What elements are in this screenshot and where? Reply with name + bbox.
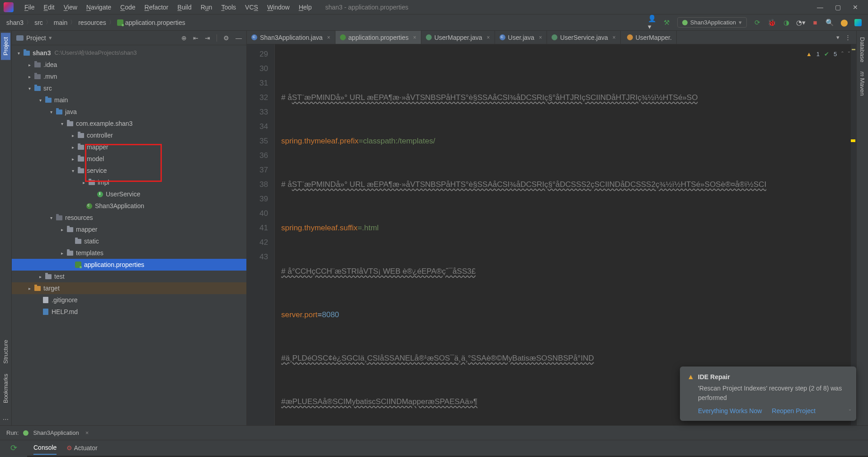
- toast-collapse-icon[interactable]: ˇ: [849, 409, 851, 415]
- tree-item-controller[interactable]: controller: [87, 132, 113, 139]
- collapse-icon[interactable]: ⇥: [205, 34, 210, 42]
- tool-maven[interactable]: m Maven: [858, 67, 867, 100]
- tree-item-pkg[interactable]: com.example.shan3: [76, 120, 132, 127]
- tab-usermapper[interactable]: UserMapper.java×: [421, 31, 495, 44]
- tool-project[interactable]: Project: [1, 33, 10, 60]
- run-config-name[interactable]: Shan3Application: [33, 429, 79, 436]
- menu-refactor[interactable]: Refactor: [140, 4, 173, 11]
- close-tab-icon[interactable]: ×: [327, 34, 330, 41]
- project-header-title[interactable]: Project: [26, 34, 46, 42]
- menu-build[interactable]: Build: [173, 4, 196, 11]
- run-tool-window: Run: Shan3Application × ⟳ ⋯ » Console ⚙ …: [0, 425, 868, 457]
- tool-database[interactable]: Database: [858, 33, 867, 67]
- run-config-select[interactable]: Shan3Application ▾: [677, 17, 747, 28]
- window-title: shan3 - application.properties: [326, 4, 409, 11]
- toast-link-reopen[interactable]: Reopen Project: [772, 407, 816, 414]
- inspection-widget[interactable]: ▲1 ✔5 ˆˇ: [806, 47, 850, 62]
- update-icon[interactable]: ⬤: [840, 19, 848, 27]
- gear-icon[interactable]: ⚙: [223, 34, 229, 42]
- rerun-icon[interactable]: ⟳: [10, 443, 17, 453]
- close-tab-icon[interactable]: ×: [539, 34, 542, 41]
- hide-icon[interactable]: —: [236, 34, 242, 42]
- tree-item-res-mapper[interactable]: mapper: [76, 226, 97, 233]
- tree-item-target[interactable]: target: [43, 285, 60, 292]
- navigation-bar: shan3〉 src〉 main〉 resources〉 application…: [0, 14, 868, 31]
- run-icon[interactable]: ⟳: [753, 19, 761, 27]
- tree-item-mvn[interactable]: .mvn: [43, 73, 57, 80]
- debug-icon[interactable]: 🐞: [768, 19, 776, 27]
- breadcrumb[interactable]: resources: [78, 19, 106, 26]
- editor-gutter: 293031 323334 353637 383940 414243: [247, 44, 275, 425]
- tree-item-userservice[interactable]: UserService: [106, 190, 140, 198]
- run-tab-actuator[interactable]: ⚙ Actuator: [66, 442, 97, 454]
- tab-shan3application[interactable]: Shan3Application.java×: [247, 31, 335, 44]
- stop-icon[interactable]: ■: [811, 19, 819, 27]
- tree-item-templates[interactable]: templates: [76, 249, 104, 257]
- chevron-down-icon[interactable]: ▾: [836, 34, 840, 41]
- run-tab-console[interactable]: Console: [33, 441, 57, 455]
- tree-item-src[interactable]: src: [43, 85, 52, 92]
- close-tab-icon[interactable]: ×: [613, 34, 616, 41]
- locate-icon[interactable]: ⊕: [181, 34, 187, 42]
- menu-tools[interactable]: Tools: [217, 4, 241, 11]
- tab-userservice[interactable]: UserService.java×: [547, 31, 621, 44]
- build-hammer-icon[interactable]: ⚒: [663, 19, 671, 27]
- warning-icon: ▲: [806, 47, 812, 62]
- close-icon[interactable]: ✕: [853, 4, 858, 11]
- tab-applicationproperties[interactable]: application.properties×: [335, 31, 421, 44]
- tree-item-mapper[interactable]: mapper: [87, 143, 108, 151]
- close-tab-icon[interactable]: ×: [487, 34, 490, 41]
- menu-run[interactable]: Run: [196, 4, 217, 11]
- breadcrumb[interactable]: shan3: [6, 19, 24, 26]
- editor-tabs: Shan3Application.java× application.prope…: [247, 31, 856, 44]
- menu-help[interactable]: Help: [294, 4, 316, 11]
- tool-bookmarks[interactable]: Bookmarks: [1, 369, 10, 408]
- expand-icon[interactable]: ⇤: [193, 34, 198, 42]
- menu-window[interactable]: Window: [263, 4, 294, 11]
- tree-item-app[interactable]: Shan3Application: [95, 202, 144, 209]
- breadcrumb[interactable]: application.properties: [125, 19, 185, 26]
- profile-icon[interactable]: ◔▾: [797, 19, 805, 27]
- tree-item-idea[interactable]: .idea: [43, 61, 57, 68]
- run-config-icon: [682, 20, 688, 25]
- breadcrumb[interactable]: main: [54, 19, 67, 26]
- more-tabs-icon[interactable]: ⋮: [845, 34, 851, 41]
- tree-item-static[interactable]: static: [84, 238, 99, 245]
- tool-structure[interactable]: Structure: [1, 335, 10, 368]
- project-tree[interactable]: ▾shan3C:\Users\哈\IdeaProjects\shan3 ▸.id…: [12, 45, 246, 425]
- tree-item-test[interactable]: test: [54, 273, 65, 280]
- project-view-icon: [16, 35, 24, 41]
- menu-edit[interactable]: Edit: [39, 4, 59, 11]
- toast-link-works[interactable]: Everything Works Now: [698, 407, 762, 414]
- menu-navigate[interactable]: Navigate: [82, 4, 116, 11]
- tab-usermapper-xml[interactable]: UserMapper.: [621, 31, 677, 44]
- menu-code[interactable]: Code: [116, 4, 140, 11]
- tree-item-main[interactable]: main: [54, 96, 68, 104]
- tree-item-appprops[interactable]: application.properties: [84, 261, 144, 268]
- tree-item-java[interactable]: java: [65, 108, 77, 115]
- tree-item-help[interactable]: HELP.md: [52, 308, 78, 315]
- run-config-icon: [23, 430, 28, 436]
- close-run-icon[interactable]: ×: [85, 429, 89, 436]
- maximize-icon[interactable]: ▢: [835, 4, 841, 11]
- ide-icon[interactable]: [854, 19, 862, 26]
- tree-item-gitignore[interactable]: .gitignore: [52, 296, 78, 304]
- minimize-icon[interactable]: —: [817, 4, 823, 11]
- menu-vcs[interactable]: VCS: [241, 4, 263, 11]
- tree-item-resources[interactable]: resources: [65, 214, 93, 221]
- tree-item-model[interactable]: model: [87, 155, 104, 162]
- tab-user[interactable]: User.java×: [495, 31, 547, 44]
- menu-view[interactable]: View: [59, 4, 82, 11]
- tree-root[interactable]: shan3: [33, 49, 51, 57]
- more-icon[interactable]: ⋯: [0, 413, 11, 425]
- coverage-icon[interactable]: ◑: [782, 19, 790, 27]
- breadcrumb[interactable]: src: [34, 19, 43, 26]
- tree-item-service[interactable]: service: [87, 167, 107, 174]
- menu-file[interactable]: File: [20, 4, 39, 11]
- tree-item-impl[interactable]: impl: [98, 179, 109, 186]
- close-tab-icon[interactable]: ×: [413, 34, 416, 41]
- run-label: Run:: [6, 429, 19, 436]
- menubar: File Edit View Navigate Code Refactor Bu…: [0, 0, 868, 14]
- user-icon[interactable]: 👤▾: [648, 19, 656, 27]
- search-icon[interactable]: 🔍: [826, 19, 834, 27]
